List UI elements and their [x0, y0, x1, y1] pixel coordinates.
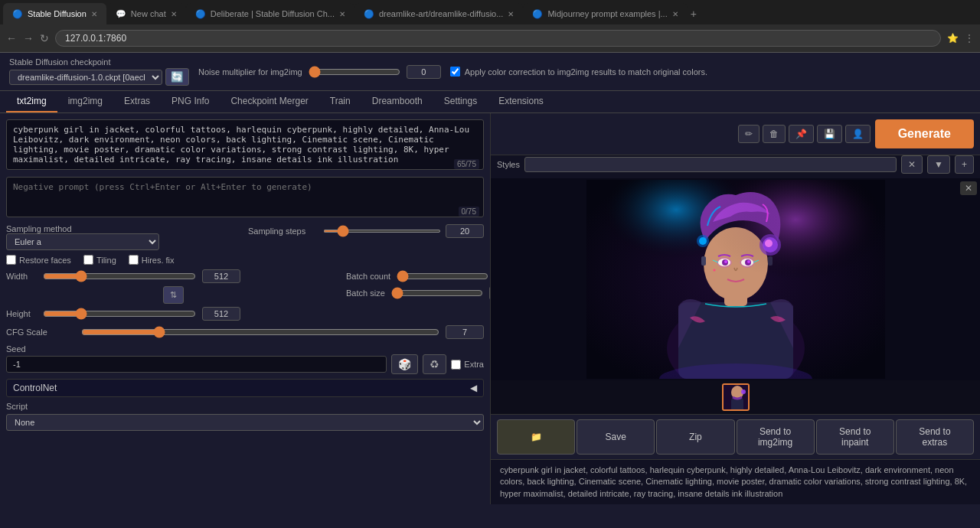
cfg-scale-slider[interactable]	[81, 326, 439, 338]
controlnet-toggle-icon[interactable]: ◀	[470, 383, 477, 393]
batch-size-label: Batch size	[346, 288, 385, 298]
close-image-button[interactable]: ✕	[960, 181, 977, 195]
sampling-section: Sampling method Euler a Sampling steps 2…	[6, 224, 484, 250]
seed-input[interactable]: -1	[6, 356, 387, 373]
left-panel: cyberpunk girl in jacket, colorful tatto…	[0, 113, 490, 504]
tool-icon-pin[interactable]: 📌	[789, 125, 814, 143]
forward-button[interactable]: →	[23, 32, 34, 44]
noise-slider[interactable]	[309, 66, 400, 78]
styles-clear-button[interactable]: ✕	[901, 155, 923, 174]
height-slider[interactable]	[43, 308, 196, 320]
positive-prompt-area: cyberpunk girl in jacket, colorful tatto…	[6, 119, 484, 172]
tab-settings[interactable]: Settings	[433, 91, 488, 112]
styles-row: Styles ✕ ▼ +	[491, 155, 980, 178]
tool-icon-save[interactable]: 💾	[817, 125, 842, 143]
thumbnail-0[interactable]	[722, 383, 750, 411]
styles-dropdown-button[interactable]: ▼	[927, 155, 950, 174]
batch-size-slider[interactable]	[391, 287, 483, 299]
tab-close[interactable]: ✕	[339, 10, 345, 18]
cfg-scale-row: CFG Scale 7	[6, 325, 484, 339]
address-bar[interactable]: 127.0.0.1:7860	[55, 30, 941, 47]
generated-image	[586, 180, 885, 379]
save-button[interactable]: Save	[577, 419, 655, 455]
swap-dimensions-button[interactable]: ⇅	[163, 286, 184, 304]
tab-png-info[interactable]: PNG Info	[161, 91, 220, 112]
height-input[interactable]: 512	[202, 307, 240, 321]
controlnet-label: ControlNet	[13, 383, 57, 393]
styles-input[interactable]	[524, 157, 897, 172]
new-tab-button[interactable]: +	[691, 8, 697, 20]
tab-txt2img[interactable]: txt2img	[6, 91, 57, 112]
open-folder-button[interactable]: 📁	[497, 419, 575, 455]
seed-dice-button[interactable]: 🎲	[391, 354, 418, 374]
tab-extensions[interactable]: Extensions	[488, 91, 554, 112]
tab-new-chat[interactable]: 💬 New chat ✕	[106, 3, 186, 24]
script-select[interactable]: None	[6, 414, 484, 431]
tab-train[interactable]: Train	[319, 91, 361, 112]
zip-button[interactable]: Zip	[656, 419, 734, 455]
width-slider[interactable]	[43, 270, 196, 282]
checkpoint-select[interactable]: dreamlike-diffusion-1.0.ckpt [0aecbcfa2c…	[9, 70, 162, 85]
tab-close[interactable]: ✕	[508, 10, 514, 18]
tab-close[interactable]: ✕	[672, 10, 678, 18]
tool-icons: ✏ 🗑 📌 💾 👤	[738, 125, 871, 143]
styles-add-button[interactable]: +	[955, 155, 974, 174]
tab-favicon: 💬	[116, 9, 126, 19]
svg-rect-27	[731, 399, 743, 411]
menu-icon[interactable]: ⋮	[965, 33, 974, 44]
send-img2img-button[interactable]: Send to img2img	[737, 419, 815, 455]
send-extras-button[interactable]: Send to extras	[896, 419, 974, 455]
tab-midjourney[interactable]: 🔵 Midjourney prompt examples |... ✕	[523, 3, 687, 24]
sampling-method-select[interactable]: Euler a	[6, 233, 159, 250]
script-label: Script	[6, 402, 484, 411]
color-correction-section: Apply color correction to img2img result…	[450, 67, 707, 77]
width-input[interactable]: 512	[202, 269, 240, 283]
tab-stable-diffusion[interactable]: 🔵 Stable Diffusion ✕	[3, 3, 106, 24]
hires-fix-checkbox[interactable]: Hires. fix	[129, 255, 175, 265]
batch-count-slider[interactable]	[397, 270, 488, 282]
right-panel: ✏ 🗑 📌 💾 👤 Generate Styles ✕ ▼ + ✕	[490, 113, 980, 504]
tab-img2img[interactable]: img2img	[57, 91, 113, 112]
svg-rect-24	[586, 180, 885, 379]
controlnet-section[interactable]: ControlNet ◀	[6, 379, 484, 397]
color-correction-label: Apply color correction to img2img result…	[465, 67, 707, 77]
tab-close[interactable]: ✕	[171, 10, 177, 18]
extra-seed-checkbox[interactable]: Extra	[451, 360, 484, 370]
noise-input[interactable]: 0	[407, 65, 441, 79]
tab-dreambooth[interactable]: Dreambooth	[361, 91, 433, 112]
seed-label: Seed	[6, 344, 26, 354]
negative-prompt-input[interactable]	[6, 177, 484, 217]
sampling-method-row: Sampling method	[6, 224, 242, 233]
tab-favicon: 🔵	[364, 9, 374, 19]
seed-recycle-button[interactable]: ♻	[423, 354, 446, 374]
tab-close[interactable]: ✕	[91, 10, 97, 18]
generate-button[interactable]: Generate	[875, 119, 974, 148]
tab-deliberate[interactable]: 🔵 Deliberate | Stable Diffusion Ch... ✕	[186, 3, 354, 24]
width-label: Width	[6, 272, 37, 281]
back-button[interactable]: ←	[6, 32, 17, 44]
restore-faces-checkbox[interactable]: Restore faces	[6, 255, 71, 265]
checkpoint-refresh-button[interactable]: 🔄	[165, 68, 189, 86]
generate-area: ✏ 🗑 📌 💾 👤 Generate	[491, 113, 980, 155]
sampling-steps-input[interactable]: 20	[446, 224, 484, 238]
tool-icon-trash[interactable]: 🗑	[763, 125, 786, 143]
sampling-steps-slider[interactable]	[323, 230, 441, 233]
noise-label: Noise multiplier for img2img	[198, 67, 302, 77]
tab-extras[interactable]: Extras	[113, 91, 161, 112]
positive-prompt-input[interactable]: cyberpunk girl in jacket, colorful tatto…	[6, 119, 484, 170]
script-section: Script None	[6, 402, 484, 431]
sampling-steps-row: Sampling steps 20	[248, 224, 484, 238]
send-inpaint-button[interactable]: Send to inpaint	[816, 419, 894, 455]
tab-checkpoint-merger[interactable]: Checkpoint Merger	[220, 91, 318, 112]
tool-icon-user[interactable]: 👤	[845, 125, 871, 143]
checkbox-row: Restore faces Tiling Hires. fix	[6, 255, 484, 265]
tab-label: Deliberate | Stable Diffusion Ch...	[211, 9, 335, 18]
extensions-icon[interactable]: ⭐	[947, 33, 959, 44]
refresh-button[interactable]: ↻	[40, 32, 49, 44]
tiling-checkbox[interactable]: Tiling	[83, 255, 116, 265]
tool-icon-pencil[interactable]: ✏	[738, 125, 760, 143]
svg-point-28	[741, 389, 746, 394]
color-correction-checkbox[interactable]	[450, 67, 460, 77]
cfg-scale-input[interactable]: 7	[446, 325, 484, 339]
tab-dreamlike[interactable]: 🔵 dreamlike-art/dreamlike-diffusio... ✕	[354, 3, 523, 24]
